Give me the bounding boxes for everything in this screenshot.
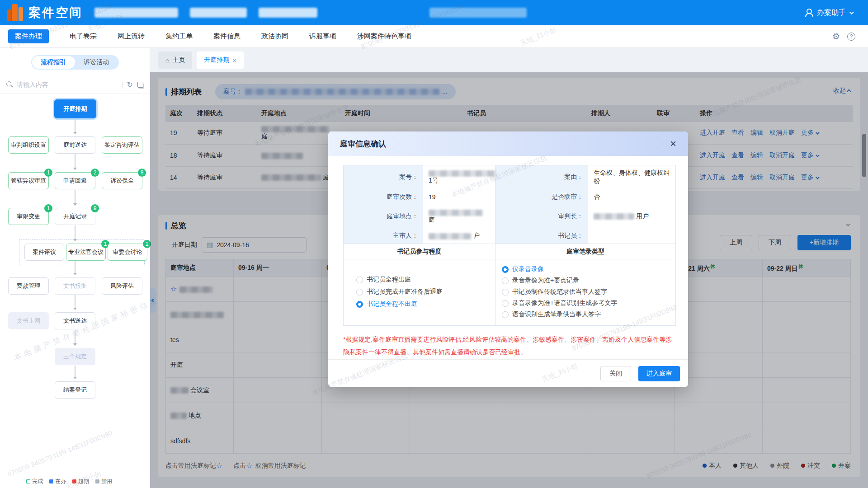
flow-node-申请回避[interactable]: 申请回避2 [55, 172, 95, 189]
main-navbar: 案件办理电子卷宗网上流转集约工单案件信息政法协同诉服事项涉网案件特色事项 ⚙ ? [0, 25, 868, 48]
nav-item-6[interactable]: 诉服事项 [309, 32, 336, 41]
tab-process-guide[interactable]: 流程指引 [32, 56, 75, 69]
flow-node-案件评议[interactable]: 案件评议 [24, 244, 64, 261]
sidebar: 流程指引 诉讼活动 请输入内容 | ↻ 开庭排期审判组织设置庭前送达鉴定咨询评估… [0, 48, 150, 488]
redacted-text [429, 210, 483, 216]
flow-arrow-down-icon [75, 366, 75, 379]
radio-option-书记员完成开庭准备后退庭[interactable]: 书记员完成开庭准备后退庭 [356, 287, 495, 297]
legend-item-禁用: 禁用 [95, 478, 112, 485]
tab-home[interactable]: ⌂ 主页 [158, 52, 192, 69]
field-label: 是否联审： [495, 189, 588, 205]
enter-hearing-button[interactable]: 进入庭审 [638, 366, 680, 381]
field-label: 案由： [495, 165, 588, 189]
flow-node-文书报批[interactable]: 文书报批 [55, 277, 95, 295]
flow-arrow-down-icon [75, 154, 75, 170]
help-icon[interactable]: ? [847, 33, 855, 41]
legend-item-完成: 完成 [26, 478, 43, 485]
radio-icon [502, 289, 509, 296]
radio-label: 书记员完成开庭准备后退庭 [367, 288, 443, 296]
field-label: 庭审次数： [344, 189, 423, 205]
flow-node-鉴定咨询评估[interactable]: 鉴定咨询评估 [102, 136, 142, 154]
radio-icon [356, 277, 363, 283]
modal-header: 庭审信息确认 × [328, 131, 688, 156]
live-broadcast-warning: *根据规定,案件庭审直播需要进行风险评估,经风险评估较高的案件、涉敏感案件、涉密… [343, 333, 675, 358]
radio-option-语音识别生成笔录供当事人签字[interactable]: 语音识别生成笔录供当事人签字 [502, 310, 675, 319]
layers-icon[interactable] [137, 82, 143, 88]
modal-title: 庭审信息确认 [340, 139, 386, 149]
flow-node-专业法官会议[interactable]: 专业法官会议1 [66, 244, 106, 261]
flow-node-风险评估[interactable]: 风险评估 [102, 277, 142, 295]
flow-node-管辖异议审查[interactable]: 管辖异议审查1 [8, 172, 49, 189]
user-icon [804, 8, 813, 17]
close-icon[interactable]: × [670, 138, 676, 149]
nav-item-0[interactable]: 案件办理 [8, 29, 49, 43]
redacted-header-text [429, 8, 527, 18]
gear-icon[interactable]: ⚙ [832, 31, 840, 42]
flow-node-开庭记录[interactable]: 开庭记录9 [55, 208, 95, 225]
flow-node-庭前送达[interactable]: 庭前送达 [55, 136, 95, 154]
field-label: 主审人： [344, 228, 423, 244]
nav-item-7[interactable]: 涉网案件特色事项 [357, 32, 411, 41]
nav-item-4[interactable]: 案件信息 [213, 32, 241, 41]
radio-option-书记员制作传统笔录供当事人签字[interactable]: 书记员制作传统笔录供当事人签字 [502, 287, 675, 296]
legend-item-超期: 超期 [72, 478, 89, 485]
divider: | [122, 81, 123, 89]
refresh-icon[interactable]: ↻ [127, 80, 133, 89]
radio-option-仅录音录像[interactable]: 仅录音录像 [502, 265, 675, 274]
flow-node-结案登记[interactable]: 结案登记 [55, 381, 95, 399]
radio-option-书记员全程不出庭[interactable]: 书记员全程不出庭 [356, 299, 495, 309]
field-value: 用户 [588, 205, 676, 228]
field-label: 书记员： [495, 228, 588, 244]
radio-option-书记员全程出庭[interactable]: 书记员全程出庭 [356, 275, 495, 285]
page-tabbar: ⌂ 主页 开庭排期 × [158, 52, 244, 69]
flow-node-费款管理[interactable]: 费款管理 [8, 277, 49, 295]
redacted-header-text [94, 8, 178, 18]
nav-item-3[interactable]: 集约工单 [165, 32, 193, 41]
radio-icon [502, 266, 509, 273]
hearing-confirm-modal: 庭审信息确认 × 案号： 1号案由：生命权、身体权、健康权纠纷庭审次数：19是否… [328, 131, 688, 387]
sidebar-tab-track: 流程指引 诉讼活动 [31, 55, 119, 70]
flow-node-审判组织设置[interactable]: 审判组织设置 [8, 136, 49, 154]
assistant-label: 办案助手 [817, 8, 846, 18]
close-button[interactable]: 关闭 [600, 366, 631, 381]
radio-label: 录音录像为准+语音识别生成参考文字 [512, 299, 617, 307]
tab-litigation-activity[interactable]: 诉讼活动 [75, 56, 118, 69]
flow-node-诉讼保全[interactable]: 诉讼保全9 [102, 172, 142, 189]
flow-node-文书上网[interactable]: 文书上网 [8, 312, 49, 329]
radio-label: 仅录音录像 [512, 265, 544, 273]
flow-node-三个规定[interactable]: 三个规定 [55, 348, 95, 365]
nav-item-2[interactable]: 网上流转 [118, 32, 145, 41]
process-flowchart: 开庭排期审判组织设置庭前送达鉴定咨询评估管辖异议审查1申请回避2诉讼保全9审限变… [0, 89, 150, 414]
radio-label: 书记员制作传统笔录供当事人签字 [512, 288, 607, 296]
flow-node-审限变更[interactable]: 审限变更1 [8, 208, 49, 225]
home-icon: ⌂ [165, 56, 169, 64]
radio-icon [356, 301, 363, 308]
participation-header: 书记员参与程度 [344, 244, 495, 259]
nav-item-1[interactable]: 电子卷宗 [70, 32, 97, 41]
redacted-header-text [259, 8, 317, 18]
field-value: 否 [588, 189, 676, 205]
radio-option-录音录像为准+语音识别生成参考文字[interactable]: 录音录像为准+语音识别生成参考文字 [502, 299, 675, 308]
tab-home-label: 主页 [172, 56, 185, 64]
tab-court-schedule[interactable]: 开庭排期 × [197, 52, 244, 69]
user-menu[interactable]: 办案助手 [804, 0, 853, 25]
radio-label: 语音识别生成笔录供当事人签字 [512, 310, 601, 319]
radio-icon [356, 289, 363, 296]
hearing-info-table: 案号： 1号案由：生命权、身体权、健康权纠纷庭审次数：19是否联审：否庭审地点：… [343, 165, 676, 326]
nav-item-5[interactable]: 政法协同 [261, 32, 288, 41]
close-tab-icon[interactable]: × [232, 56, 236, 64]
radio-option-录音录像为准+要点记录[interactable]: 录音录像为准+要点记录 [502, 276, 675, 285]
flow-arrow-down-icon [75, 261, 75, 275]
flow-arrow-down-icon [75, 190, 75, 206]
field-value: 1号 [423, 165, 495, 189]
field-label: 庭审地点： [344, 205, 423, 228]
redacted-text [594, 213, 634, 220]
flow-node-开庭排期[interactable]: 开庭排期 [54, 99, 96, 118]
field-value [588, 228, 676, 244]
flow-node-文书送达[interactable]: 文书送达 [55, 312, 95, 329]
flow-arrow-down-icon [75, 295, 75, 310]
flow-node-审委会讨论[interactable]: 审委会讨论1 [108, 244, 147, 261]
flow-arrow-down-icon [75, 330, 75, 346]
flow-arrow-down-icon [75, 225, 75, 241]
field-label: 案号： [344, 165, 423, 189]
